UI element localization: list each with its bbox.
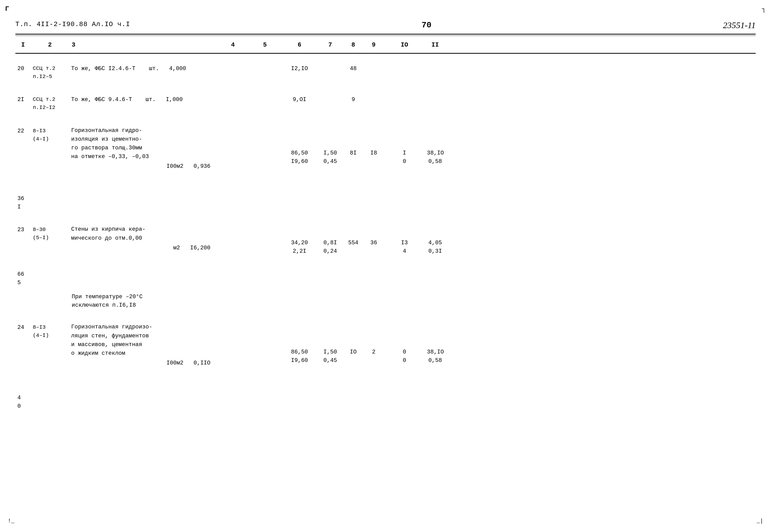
row-col6 [317,64,343,65]
col-header-10: IO [384,40,425,49]
row-col9: I3 4 [384,225,425,256]
row-col5: 9,OI [282,95,317,104]
row-col7: 554 [343,225,364,248]
col-header-2: 2 [31,40,69,49]
row-qty [248,126,282,127]
col-header-1: I [15,40,31,49]
sub-note-row23: При температуре –20°Сисключаются п.I6,I8 [15,290,756,312]
row-num: 22 [15,126,31,136]
row-qty [248,64,282,65]
row-col9: 0 0 [384,322,425,365]
row-col9: I 0 [384,126,425,166]
header-left: Т.п. 4II-2-I90.88 Ал.IO ч.I [15,20,130,28]
row-col5: 34,20 2,2I [282,225,317,256]
table-row: 22 8–I3 (4–I) Горизонтальная гидро- изол… [15,123,756,214]
row-col7: IO [343,322,364,357]
row-col11: 36 I [15,171,31,212]
corner-bl: !_ [8,518,14,524]
table-body: 20 ССЦ т.2 п.I2–5 То же, ФБС I2.4.6-Т шт… [15,56,756,414]
row-col10: 38,IO 0,58 [425,322,445,365]
row-col8: 2 [364,322,384,357]
row-unit [218,322,248,323]
row-num: 23 [15,225,31,235]
row-num: 2I [15,95,31,104]
row-col6: 0,8I 0,24 [317,225,343,256]
row-col8: 36 [364,225,384,248]
row-qty [248,95,282,96]
row-col8 [364,95,384,96]
row-col7: 9 [343,95,364,104]
row-col10 [425,95,445,96]
header-bottom-divider [15,53,756,54]
table-row: 20 ССЦ т.2 п.I2–5 То же, ФБС I2.4.6-Т шт… [15,56,756,85]
row-col8: I8 [364,126,384,158]
row-desc: Горизонтальная гидроизо- ляция стен, фун… [69,322,218,368]
row-ref: 8–I3 (4–I) [31,322,69,340]
row-num: 20 [15,64,31,73]
col-header-3: 3 [69,40,218,49]
row-col9 [384,64,425,65]
col-header-6: 6 [282,40,317,49]
row-col7: 48 [343,64,364,73]
row-qty [248,322,282,323]
row-col10 [425,64,445,65]
row-col11 [15,112,31,113]
row-num: 24 [15,322,31,332]
row-col7: 8I [343,126,364,158]
table-row: 24 8–I3 (4–I) Горизонтальная гидроизо- л… [15,320,756,413]
table-row: 2I ССЦ т.2 п.I2–I2 То же, ФБС 9.4.6-Т шт… [15,92,756,116]
row-col6 [317,95,343,96]
row-ref: 8–I3 (4–I) [31,126,69,143]
row-col9 [384,95,425,96]
column-headers: I 2 3 4 5 6 7 8 9 IO II [15,38,756,52]
row-col11: 4 0 [15,368,31,411]
col-header-4: 4 [218,40,248,49]
row-unit [218,95,248,96]
table-row: 23 8–30 (5–I) Стены из кирпича кера- мич… [15,222,756,290]
header-center: 70 [422,20,431,30]
row-col8 [364,64,384,65]
row-desc: Горизонтальная гидро- изоляция из цемент… [69,126,218,171]
corner-tl: Г [5,5,9,13]
header-right: 23551-11 [723,20,756,30]
row-qty [248,225,282,226]
corner-tr: ┐ [762,5,766,13]
row-desc: То же, ФБС I2.4.6-Т шт. 4,000 [69,64,218,73]
row-ref: 8–30 (5–I) [31,225,69,242]
row-col6: I,50 0,45 [317,322,343,365]
row-col11: 66 5 [15,256,31,287]
row-col10: 38,IO 0,58 [425,126,445,166]
row-ref: ССЦ т.2 п.I2–I2 [31,95,69,112]
row-col6: I,50 0,45 [317,126,343,166]
row-col5: 86,50 I9,60 [282,322,317,365]
col-header-9: 9 [364,40,384,49]
row-unit [218,225,248,226]
row-col5: I2,IO [282,64,317,73]
row-unit [218,126,248,127]
row-col10: 4,05 0,3I [425,225,445,256]
col-header-5: 5 [248,40,282,49]
header: Т.п. 4II-2-I90.88 Ал.IO ч.I 70 23551-11 [15,18,756,33]
corner-br: _| [757,518,763,524]
top-divider [15,34,756,35]
col-header-8: 8 [343,40,364,49]
col-header-7: 7 [317,40,343,49]
row-col5: 86,50 I9,60 [282,126,317,166]
row-desc: То же, ФБС 9.4.6-Т шт. I,000 [69,95,218,104]
row-desc: Стены из кирпича кера- мического до отм.… [69,225,218,253]
row-unit [218,64,248,65]
row-col11 [15,81,31,82]
row-ref: ССЦ т.2 п.I2–5 [31,64,69,81]
col-header-11: II [425,40,445,49]
